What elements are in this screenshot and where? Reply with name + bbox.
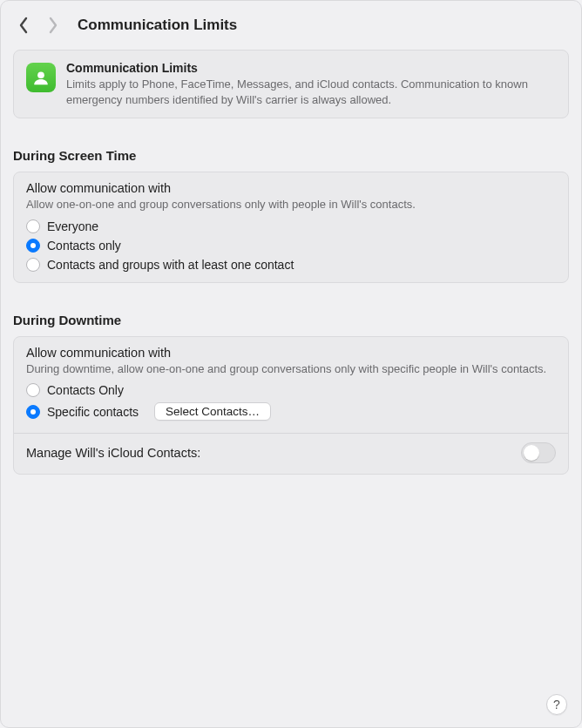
radio-contacts-and-groups[interactable]: Contacts and groups with at least one co… [26, 258, 556, 272]
manage-icloud-row: Manage Will's iCloud Contacts: [26, 442, 556, 463]
downtime-group-title: Allow communication with [26, 346, 556, 360]
radio-indicator [26, 258, 40, 272]
screentime-panel: Allow communication with Allow one-on-on… [13, 172, 569, 283]
screentime-group-title: Allow communication with [26, 181, 556, 195]
info-card: Communication Limits Limits apply to Pho… [13, 50, 569, 118]
radio-contacts-only[interactable]: Contacts only [26, 239, 556, 253]
select-contacts-button[interactable]: Select Contacts… [154, 402, 271, 421]
communication-limits-icon [26, 63, 56, 92]
forward-button [43, 13, 64, 37]
info-card-body: Communication Limits Limits apply to Pho… [66, 61, 556, 107]
radio-label: Contacts and groups with at least one co… [47, 258, 294, 272]
radio-label: Contacts Only [47, 383, 124, 397]
radio-everyone[interactable]: Everyone [26, 219, 556, 233]
manage-icloud-label: Manage Will's iCloud Contacts: [26, 446, 200, 460]
radio-label: Specific contacts [47, 405, 139, 419]
downtime-radio-list: Contacts Only Specific contacts Select C… [26, 383, 556, 421]
chevron-left-icon [18, 17, 29, 34]
nav-bar: Communication Limits [1, 1, 581, 46]
screentime-group-desc: Allow one-on-one and group conversations… [26, 197, 556, 212]
downtime-group-desc: During downtime, allow one-on-one and gr… [26, 361, 556, 377]
radio-indicator [26, 383, 40, 397]
info-card-description: Limits apply to Phone, FaceTime, Message… [66, 77, 556, 107]
manage-icloud-toggle[interactable] [521, 442, 556, 463]
radio-downtime-contacts-only[interactable]: Contacts Only [26, 383, 556, 397]
radio-indicator [26, 239, 40, 253]
screentime-radio-list: Everyone Contacts only Contacts and grou… [26, 219, 556, 272]
info-card-title: Communication Limits [66, 61, 556, 75]
svg-point-0 [37, 71, 44, 78]
section-heading-downtime: During Downtime [13, 313, 569, 327]
radio-label: Everyone [47, 219, 98, 233]
radio-indicator [26, 405, 40, 419]
radio-indicator [26, 219, 40, 233]
downtime-panel: Allow communication with During downtime… [13, 336, 569, 475]
separator [14, 433, 568, 434]
communication-limits-pane: Communication Limits Communication Limit… [0, 0, 582, 728]
page-title: Communication Limits [78, 17, 237, 34]
radio-label: Contacts only [47, 239, 121, 253]
back-button[interactable] [13, 13, 34, 37]
chevron-right-icon [48, 17, 58, 34]
help-button[interactable]: ? [546, 694, 567, 715]
radio-specific-contacts[interactable]: Specific contacts Select Contacts… [26, 402, 556, 421]
section-heading-screentime: During Screen Time [13, 148, 569, 163]
